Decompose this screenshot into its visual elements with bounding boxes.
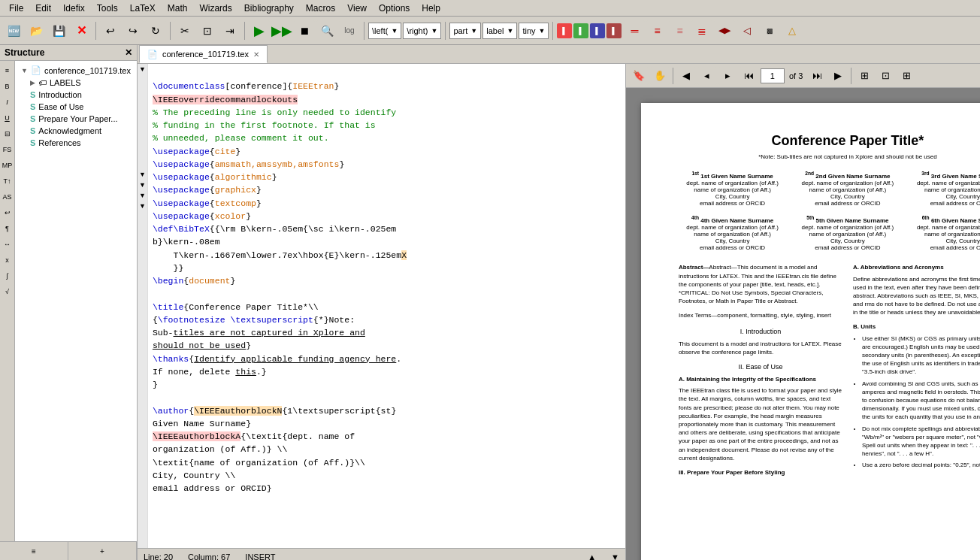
undo-button[interactable]: ↩ xyxy=(100,20,121,41)
fold-4[interactable]: ▼ xyxy=(138,190,147,201)
pdf-bookmark-btn[interactable]: 🔖 xyxy=(629,67,649,85)
struct-icon-15[interactable]: √ xyxy=(1,285,14,298)
format-btn-1[interactable]: ▌ xyxy=(557,23,572,38)
struct-icon-9[interactable]: AS xyxy=(1,190,14,204)
struct-icon-8[interactable]: T↑ xyxy=(1,174,14,188)
new-button[interactable]: 🆕 xyxy=(3,20,24,41)
fold-3[interactable]: ▼ xyxy=(138,180,147,190)
menu-idefix[interactable]: Idefix xyxy=(57,2,91,15)
format-btn-12[interactable]: △ xyxy=(782,20,803,41)
pdf-fit-btn[interactable]: ⊡ xyxy=(876,67,895,85)
menu-math[interactable]: Math xyxy=(162,2,194,15)
format-btn-3[interactable]: ▌ xyxy=(590,23,605,38)
pdf-last-page-btn[interactable]: ⏭ xyxy=(807,67,827,85)
right-combo[interactable]: \right) ▼ xyxy=(403,23,441,39)
format-btn-2[interactable]: ▌ xyxy=(573,23,588,38)
format-btn-8[interactable]: ≣ xyxy=(691,20,712,41)
pdf-prev-page-btn[interactable]: ◀ xyxy=(676,67,696,85)
open-button[interactable]: 📂 xyxy=(26,20,47,41)
pdf-next-page-btn[interactable]: ▶ xyxy=(828,67,848,85)
structure-tree: ▼ 📄 conference_101719.tex ▶ 🏷 LABELS S I… xyxy=(15,61,137,541)
fold-1[interactable]: ▼ xyxy=(138,64,147,74)
struct-icon-4[interactable]: U xyxy=(1,111,14,125)
pdf-hand-btn[interactable]: ✋ xyxy=(650,67,670,85)
fold-5[interactable]: ▼ xyxy=(138,201,147,211)
fold-2[interactable]: ▼ xyxy=(138,169,147,180)
part-combo[interactable]: part ▼ xyxy=(449,23,481,39)
tree-intro[interactable]: S Introduction xyxy=(18,89,134,101)
menu-macros[interactable]: Macros xyxy=(300,2,341,15)
tree-ack[interactable]: S Acknowledgment xyxy=(18,125,134,137)
editor-pdf-area: ▼ ▼ ▼ ▼ ▼ xyxy=(138,64,980,560)
menu-edit[interactable]: Edit xyxy=(29,2,57,15)
menu-bibliography[interactable]: Bibliography xyxy=(238,2,300,15)
struct-icon-5[interactable]: ⊟ xyxy=(1,127,14,141)
label-combo-arrow: ▼ xyxy=(507,27,514,35)
format-btn-5[interactable]: ═ xyxy=(624,20,645,41)
struct-icon-2[interactable]: B xyxy=(1,80,14,93)
labels-icon: 🏷 xyxy=(38,78,47,87)
editor-tab[interactable]: 📄 conference_101719.tex ✕ xyxy=(139,45,268,63)
pdf-view-btn[interactable]: ⊞ xyxy=(854,67,874,85)
author-4: 4th 4th Given Name Surname dept. name of… xyxy=(679,216,786,252)
tree-prepare[interactable]: S Prepare Your Paper... xyxy=(18,113,134,125)
pdf-next-btn[interactable]: ▸ xyxy=(718,67,738,85)
close-file-button[interactable]: ✕ xyxy=(71,20,92,41)
search-button[interactable]: 🔍 xyxy=(316,20,337,41)
redo2-button[interactable]: ↻ xyxy=(145,20,166,41)
tree-labels[interactable]: ▶ 🏷 LABELS xyxy=(18,77,134,89)
menu-view[interactable]: View xyxy=(341,2,373,15)
label-combo[interactable]: label ▼ xyxy=(482,23,517,39)
pdf-content[interactable]: Conference Paper Title* *Note: Sub-title… xyxy=(626,88,980,560)
structure-close-button[interactable]: ✕ xyxy=(125,47,132,58)
pdf-full-btn[interactable]: ⊞ xyxy=(897,67,916,85)
log-button[interactable]: log xyxy=(339,20,360,41)
struct-icon-6[interactable]: FS xyxy=(1,143,14,156)
struct-icon-11[interactable]: ¶ xyxy=(1,222,14,235)
pdf-first-page-btn[interactable]: ⏮ xyxy=(740,67,759,85)
struct-icon-14[interactable]: ∫ xyxy=(1,269,14,283)
scroll-up-btn[interactable]: ▲ xyxy=(588,552,596,561)
format-btn-10[interactable]: ◁ xyxy=(737,20,758,41)
left-combo[interactable]: \left( ▼ xyxy=(368,23,401,39)
run-button[interactable]: ▶ xyxy=(249,20,270,41)
cut-button[interactable]: ✂ xyxy=(174,20,195,41)
struct-icon-1[interactable]: ≡ xyxy=(1,64,14,77)
format-btn-11[interactable]: ▩ xyxy=(759,20,780,41)
format-btn-6[interactable]: ≡ xyxy=(646,20,667,41)
struct-icon-10[interactable]: ↩ xyxy=(1,206,14,219)
scroll-down-btn[interactable]: ▼ xyxy=(611,552,619,561)
indent-button[interactable]: ⇥ xyxy=(219,20,240,41)
tree-file-icon: 📄 xyxy=(31,65,41,75)
struct-icon-13[interactable]: x xyxy=(1,253,14,267)
editor-textarea[interactable]: \documentclass[conference]{IEEEtran} \IE… xyxy=(148,64,625,548)
stop-button[interactable]: ⏹ xyxy=(294,20,315,41)
menu-file[interactable]: File xyxy=(3,2,29,15)
tree-root[interactable]: ▼ 📄 conference_101719.tex xyxy=(18,64,134,77)
menu-latex[interactable]: LaTeX xyxy=(124,2,162,15)
run-all-button[interactable]: ▶▶ xyxy=(271,20,292,41)
format-btn-7[interactable]: ≡ xyxy=(669,20,690,41)
tiny-combo[interactable]: tiny ▼ xyxy=(519,23,549,39)
struct-icon-3[interactable]: I xyxy=(1,95,14,109)
format-btn-4[interactable]: ▌ xyxy=(606,23,622,38)
struct-icon-12[interactable]: ↔ xyxy=(1,238,14,251)
save-button[interactable]: 💾 xyxy=(48,20,69,41)
pdf-index-terms: Index Terms—component, formatting, style… xyxy=(679,311,842,319)
pdf-prev-btn[interactable]: ◂ xyxy=(697,67,717,85)
menu-tools[interactable]: Tools xyxy=(91,2,124,15)
struct-icon-7[interactable]: MP xyxy=(1,159,14,172)
pdf-page-input[interactable] xyxy=(761,68,785,83)
menu-options[interactable]: Options xyxy=(373,2,416,15)
copy-button[interactable]: ⊡ xyxy=(197,20,218,41)
tab-close-button[interactable]: ✕ xyxy=(253,50,259,59)
tree-refs[interactable]: S References xyxy=(18,137,134,149)
format-btn-9[interactable]: ◀▶ xyxy=(714,20,735,41)
menu-help[interactable]: Help xyxy=(416,2,446,15)
struct-tb-add[interactable]: + xyxy=(68,542,137,560)
pdf-section1-text: This document is a model and instruction… xyxy=(679,340,842,356)
menu-wizards[interactable]: Wizards xyxy=(193,2,237,15)
struct-tb-list[interactable]: ≡ xyxy=(0,542,68,560)
tree-ease[interactable]: S Ease of Use xyxy=(18,101,134,113)
redo-button[interactable]: ↪ xyxy=(122,20,144,41)
